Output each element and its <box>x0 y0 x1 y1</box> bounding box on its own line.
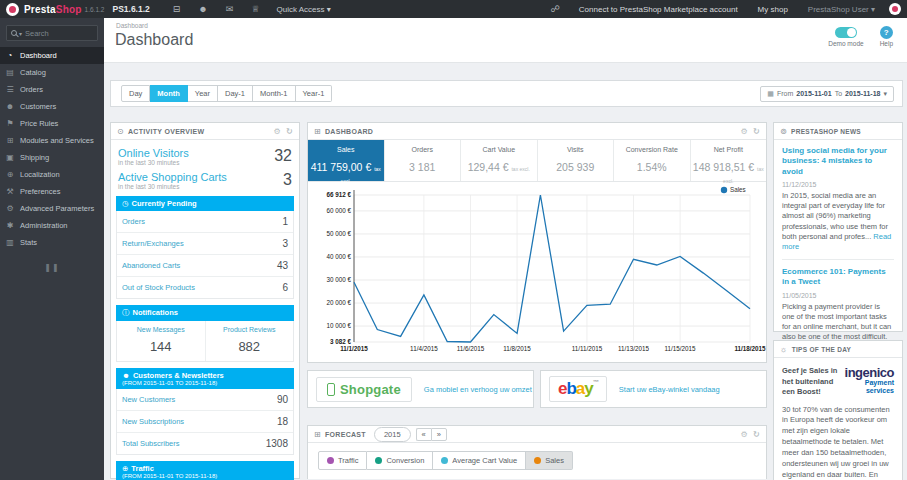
sidebar-item-price-rules[interactable]: ⚑Price Rules <box>0 115 104 132</box>
date-range-picker[interactable]: ▦ From 2015-11-01 To 2015-11-18 ▾ <box>760 86 894 102</box>
search-caret-icon[interactable]: ▾ <box>19 30 22 37</box>
forecast-panel-title: FORECAST <box>325 431 366 438</box>
sidebar-item-preferences[interactable]: ⚒Preferences <box>0 183 104 200</box>
metric-tab-conversion[interactable]: Conversion Rate1.54% <box>614 140 691 181</box>
svg-text:11/4/2015: 11/4/2015 <box>410 345 438 352</box>
my-shop-link[interactable]: My shop <box>758 5 788 14</box>
sales-line-chart: 3 082 €10 000 €20 000 €30 000 €40 000 €5… <box>308 182 766 362</box>
shipping-icon: ▣ <box>0 153 20 162</box>
brand: PrestaShop <box>24 4 82 15</box>
filter-year-button[interactable]: Year <box>188 85 218 102</box>
globe-icon: ⊕ <box>0 170 20 179</box>
sidebar-item-customers[interactable]: ☻Customers <box>0 98 104 115</box>
legend-conversion-button[interactable]: Conversion <box>367 451 433 470</box>
sidebar-item-stats[interactable]: ▥Stats <box>0 234 104 251</box>
sidebar-item-localization[interactable]: ⊕Localization <box>0 166 104 183</box>
customers-icon: ☻ <box>0 102 20 111</box>
list-item: New Messages144 <box>117 321 205 361</box>
page-header: Dashboard Dashboard Demo mode ? Help <box>104 18 907 63</box>
sidebar-item-advanced-parameters[interactable]: ⚙Advanced Parameters <box>0 200 104 217</box>
stats-icon: ▥ <box>0 238 20 247</box>
forecast-panel: ⊞ FORECAST 2015 « » ⚙↻ Traffic Conversio… <box>307 425 767 479</box>
ebay-link[interactable]: Start uw eBay-winkel vandaag <box>619 385 720 394</box>
metric-tab-sales[interactable]: Sales411 759,00 € tax excl. <box>308 140 385 181</box>
user-menu[interactable]: PrestaShop User ▾ <box>808 5 875 14</box>
article-title-link[interactable]: Ecommerce 101: Payments in a Tweet <box>782 267 894 288</box>
breadcrumb[interactable]: Dashboard <box>116 22 148 29</box>
refresh-icon[interactable]: ↻ <box>286 127 293 136</box>
pending-rows: Orders1 Return/Exchanges3 Abandoned Cart… <box>116 211 294 299</box>
online-visitors-link[interactable]: Online Visitors <box>118 147 189 159</box>
active-carts-link[interactable]: Active Shopping Carts <box>118 171 227 183</box>
refresh-icon[interactable]: ↻ <box>753 430 760 439</box>
article-title-link[interactable]: Using social media for your business: 4 … <box>782 146 894 177</box>
svg-text:11/13/2015: 11/13/2015 <box>618 345 650 352</box>
svg-text:11/15/2015: 11/15/2015 <box>665 345 697 352</box>
dashboard-panel: ⊞ DASHBOARD ⚙↻ Sales411 759,00 € tax exc… <box>307 122 767 363</box>
prestashop-logo-icon[interactable] <box>6 3 19 16</box>
ebay-logo: ebay™ <box>549 376 607 402</box>
phone-icon <box>327 383 335 396</box>
legend-traffic-button[interactable]: Traffic <box>318 451 367 470</box>
metric-tab-cart-value[interactable]: Cart Value129,44 € tax excl. <box>461 140 538 181</box>
filter-month-1-button[interactable]: Month-1 <box>253 85 296 102</box>
svg-text:20 000 €: 20 000 € <box>326 299 351 306</box>
legend-avg-cart-button[interactable]: Average Cart Value <box>433 451 526 470</box>
modules-icon: ⊞ <box>0 136 20 145</box>
sidebar-item-administration[interactable]: ✱Administration <box>0 217 104 234</box>
news-panel-title: PRESTASHOP NEWS <box>791 128 861 135</box>
forecast-prev-button[interactable]: « <box>416 428 431 441</box>
tips-panel-title: TIPS OF THE DAY <box>792 346 852 353</box>
sidebar-item-modules[interactable]: ⊞Modules and Services <box>0 132 104 149</box>
svg-text:30 000 €: 30 000 € <box>326 276 351 283</box>
filter-year-1-button[interactable]: Year-1 <box>296 85 333 102</box>
metric-tab-visits[interactable]: Visits205 939 <box>538 140 615 181</box>
activity-icon: ⊙ <box>117 127 124 136</box>
refresh-icon[interactable]: ↻ <box>753 127 760 136</box>
sidebar-item-catalog[interactable]: ▤Catalog <box>0 64 104 81</box>
svg-text:11/11/2015: 11/11/2015 <box>572 345 603 352</box>
sidebar-item-orders[interactable]: ☰Orders <box>0 81 104 98</box>
search-input[interactable] <box>25 29 95 38</box>
sidebar-collapse-icon[interactable]: ❚❚ <box>0 263 104 272</box>
admin-icon: ✱ <box>0 221 20 230</box>
user-avatar[interactable] <box>889 3 901 15</box>
help-icon[interactable]: ? <box>880 26 893 39</box>
forecast-year-selector[interactable]: 2015 <box>374 427 411 442</box>
filter-day-1-button[interactable]: Day-1 <box>218 85 253 102</box>
customers-icon[interactable]: ☻ <box>198 4 207 14</box>
marketplace-link[interactable]: Connect to PrestaShop Marketplace accoun… <box>579 5 738 14</box>
demo-mode-toggle[interactable] <box>835 27 857 38</box>
filter-month-button[interactable]: Month <box>150 85 188 102</box>
cart-icon[interactable]: ⊟ <box>173 4 181 14</box>
sidebar-item-shipping[interactable]: ▣Shipping <box>0 149 104 166</box>
table-row: New Customers90 <box>117 389 293 411</box>
pending-section-header: ◷Currently Pending <box>116 196 294 211</box>
gear-icon[interactable]: ⚙ <box>741 127 748 136</box>
activity-overview-panel: ⊙ ACTIVITY OVERVIEW ⚙↻ Online Visitors i… <box>110 122 300 479</box>
forecast-next-button[interactable]: » <box>431 428 447 441</box>
gear-icon[interactable]: ⚙ <box>274 127 281 136</box>
rss-icon: ⊚ <box>780 127 787 136</box>
legend-sales-button[interactable]: Sales <box>526 451 573 470</box>
version-label: 1.6.1.2 <box>85 6 105 13</box>
table-row: Orders1 <box>117 211 293 233</box>
bulb-icon: ☼ <box>780 345 788 354</box>
tags-icon: ⚑ <box>0 119 20 128</box>
table-row: Out of Stock Products6 <box>117 277 293 298</box>
mail-icon[interactable]: ✉ <box>226 4 234 14</box>
traffic-dot-icon <box>327 457 334 464</box>
gauge-icon: ◔ <box>0 51 20 60</box>
trophy-icon[interactable]: ♕ <box>251 4 259 14</box>
date-from: 2015-11-01 <box>796 90 831 97</box>
shopgate-link[interactable]: Ga mobiel en verhoog uw omzet <box>424 385 532 394</box>
demo-mode-control: Demo mode <box>828 25 863 47</box>
catalog-icon: ▤ <box>0 68 20 77</box>
quick-access-menu[interactable]: Quick Access ▾ <box>276 5 330 14</box>
gear-icon[interactable]: ⚙ <box>741 430 748 439</box>
sidebar-item-dashboard[interactable]: ◔Dashboard <box>0 47 104 64</box>
metric-tab-orders[interactable]: Orders3 181 <box>385 140 462 181</box>
filter-day-button[interactable]: Day <box>121 85 150 102</box>
metric-tab-net-profit[interactable]: Net Profit148 918,51 € tax excl. <box>691 140 767 181</box>
cart-icon: ⊞ <box>314 430 321 439</box>
